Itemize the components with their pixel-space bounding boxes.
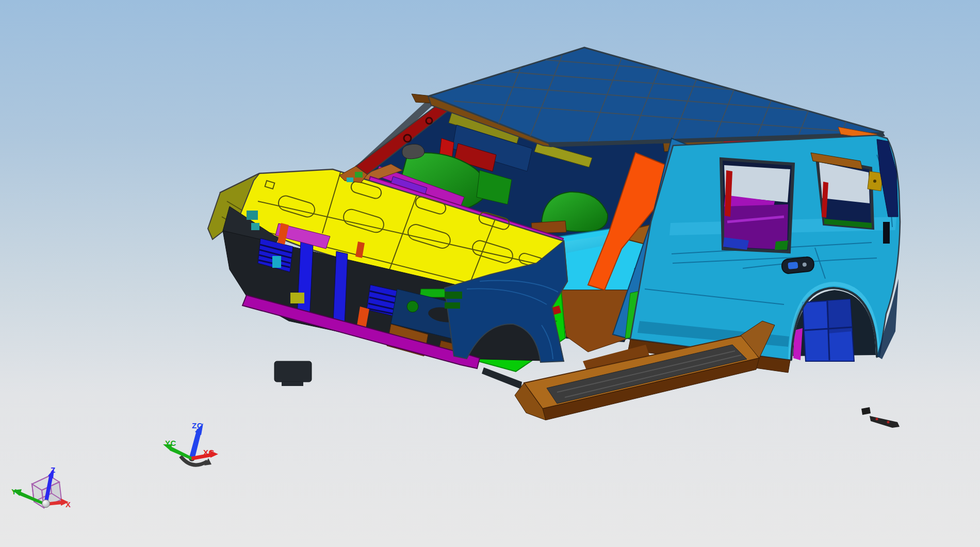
wcs-x-label: XC [203,448,215,457]
d-pillar-slot [883,222,890,244]
bracket-blob [861,407,871,415]
fender-vent-green [445,302,460,309]
datum-y-label: Y [11,487,17,496]
headlight-bracket-teal[interactable] [251,223,259,230]
cad-3d-viewport[interactable]: ZC YC XC Z Y X [0,0,980,547]
wcs-y-label: YC [165,439,176,447]
car-body-model[interactable]: ZC YC XC Z Y X [0,0,980,547]
datum-origin-ball [42,500,50,508]
absolute-csys-triad: Z Y X [11,465,71,509]
bracket-yellow[interactable] [290,293,304,303]
tow-bracket-box[interactable] [274,361,312,386]
bracket-cyan[interactable] [272,256,281,268]
door-handle-recess[interactable] [781,256,815,274]
gold-plate-hole [873,180,876,183]
bracket-dot-red [887,421,890,424]
bracket-sliver [870,416,900,428]
grab-handle[interactable] [402,144,424,158]
a-pillar-bracket-green [355,172,363,178]
a-pillar-bracket-teal [347,178,353,182]
datum-x-label: X [66,500,71,509]
wcs-z-label: ZC [192,421,203,430]
quarter-window[interactable] [817,158,873,228]
headlight-bracket-teal[interactable] [247,211,258,220]
rear-door-window[interactable] [721,159,793,252]
datum-z-label: Z [51,465,56,474]
window-green-clip [775,240,788,250]
bracket-dot-red [876,418,878,421]
bumper-hole-green [407,301,418,312]
fender-vent-green [445,292,462,299]
loose-bracket-part[interactable] [861,407,900,428]
wcs-triad[interactable]: ZC YC XC [163,421,218,465]
